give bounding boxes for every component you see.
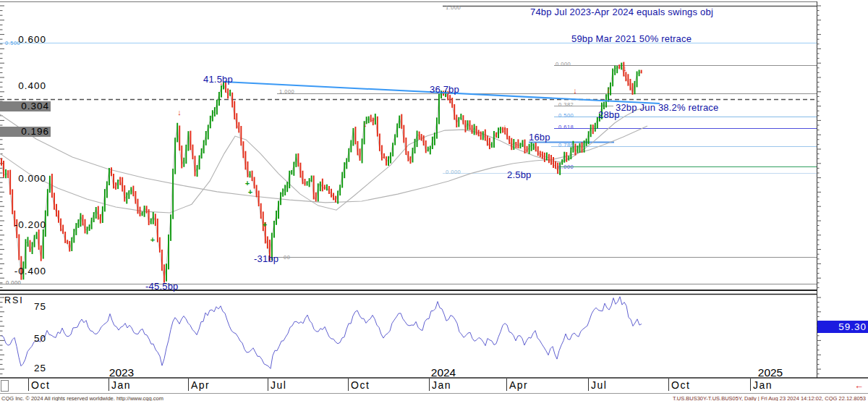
- month-label-oct: Oct: [351, 379, 370, 391]
- month-label-jan: Jan: [111, 379, 131, 391]
- annotation-2-5bp: 2.5bp: [507, 169, 532, 180]
- price-axis-label: -0.200: [0, 219, 46, 230]
- price-axis-label: 0.600: [0, 34, 46, 45]
- month-label-jan: Jan: [753, 379, 773, 391]
- year-label-2023: 2023: [109, 366, 134, 379]
- annotation--31bp: -31bp: [254, 253, 278, 264]
- corner-resize-handle[interactable]: [1, 380, 9, 392]
- sell-arrow-icon: ↓: [363, 119, 367, 128]
- annotation-32bp-jun-38-2-retrace: 32bp Jun 38.2% retrace: [616, 102, 718, 113]
- fib-level-label: 0.382: [558, 101, 574, 108]
- status-symbol-timestamp: T.US.BUS30Y-T.US.BUS05Y, Daily | Fri Aug…: [673, 395, 866, 401]
- buy-plus-icon: +: [248, 187, 252, 196]
- month-label-oct: Oct: [671, 379, 690, 391]
- year-label-2025: 2025: [758, 366, 783, 379]
- rsi-value-badge: 59.30: [817, 321, 868, 333]
- annotation-74bp-jul-2023-apr-2024-equals-swings-obj: 74bp Jul 2023-Apr 2024 equals swings obj: [530, 7, 713, 17]
- fib-level-label: 0.500: [558, 112, 574, 119]
- fib-level-label: 0.000: [446, 169, 461, 175]
- month-label-jul: Jul: [591, 379, 607, 391]
- price-axis-highlight-label: 0.304: [0, 101, 51, 111]
- month-label-jan: Jan: [432, 379, 451, 391]
- sell-arrow-icon: ↓: [606, 85, 610, 94]
- rsi-line: [1, 297, 642, 369]
- annotation-16bp: 16bp: [529, 132, 550, 143]
- fib-level-label: 0.786: [558, 142, 574, 148]
- sell-arrow-icon: ↓: [177, 108, 182, 117]
- annotation--45-5bp: -45.5bp: [145, 281, 179, 292]
- fib-level-label: 0.618: [558, 124, 574, 130]
- month-label-oct: Oct: [31, 379, 50, 391]
- buy-plus-icon: +: [245, 179, 250, 187]
- status-copyright: CQG Inc. © 2024 All rights reserved worl…: [1, 395, 163, 401]
- sell-arrow-icon: ↓: [573, 86, 577, 95]
- ma-slow-line: [0, 114, 647, 203]
- price-axis-highlight-label: 0.196: [0, 127, 51, 137]
- rsi-axis-label: 50: [0, 333, 46, 344]
- fib-level-label: 1.000: [446, 4, 461, 11]
- fib-level-label: 1.000: [279, 88, 294, 95]
- year-label-2024: 2024: [431, 366, 456, 379]
- price-axis-label: 0.400: [0, 80, 46, 91]
- sell-arrow-icon: ↓: [503, 122, 507, 131]
- annotation-59bp-mar-2021-50-retrace: 59bp Mar 2021 50% retrace: [571, 33, 692, 44]
- buy-plus-icon: +: [150, 235, 155, 244]
- month-label-apr: Apr: [191, 379, 210, 391]
- rsi-study-label: RSI: [4, 295, 24, 305]
- price-chart-canvas[interactable]: ↓↓↓↓↓↓↓↓↓++++: [0, 0, 868, 401]
- buy-plus-icon: +: [263, 220, 267, 229]
- price-axis-label: -0.400: [0, 266, 46, 277]
- month-label-jul: Jul: [271, 379, 286, 391]
- annotation-41-5bp: 41.5bp: [203, 74, 233, 85]
- sell-arrow-icon: ↓: [623, 64, 627, 72]
- annotation-36-7bp: 36.7bp: [430, 84, 459, 95]
- month-label-apr: Apr: [509, 379, 528, 391]
- cqg-chart-window: ↓↓↓↓↓↓↓↓↓++++ 74bp Jul 2023-Apr 2024 equ…: [0, 0, 868, 401]
- rsi-axis-label: 25: [0, 363, 46, 373]
- fib-level-label: 00: [284, 254, 290, 261]
- fib-level-label: 0.000: [556, 61, 571, 67]
- fib-level-label: 0.000: [6, 279, 21, 286]
- sell-arrow-icon: ↓: [371, 114, 375, 122]
- status-bar: CQG Inc. © 2024 All rights reserved worl…: [0, 394, 868, 401]
- price-axis-label: 0.000: [0, 173, 46, 184]
- annotation-28bp: 28bp: [598, 109, 620, 120]
- scroll-left-arrow-icon[interactable]: ←: [854, 380, 864, 391]
- fib-level-label: 1.000: [558, 164, 574, 170]
